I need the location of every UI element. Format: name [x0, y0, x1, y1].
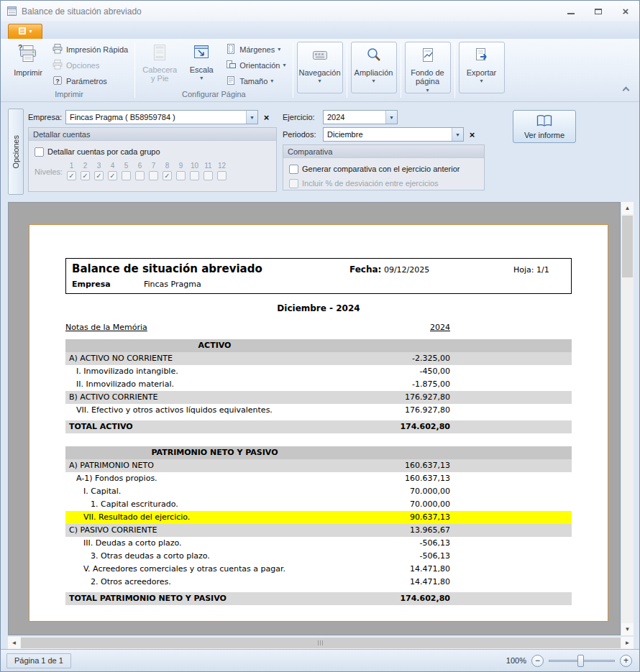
- impresion-rapida-button[interactable]: Impresión Rápida: [49, 42, 131, 57]
- nivel-number: 4: [111, 162, 115, 170]
- chevron-down-icon: ▾: [318, 78, 321, 84]
- svg-text:?: ?: [18, 44, 22, 52]
- nivel-checkbox[interactable]: ✓: [81, 171, 90, 180]
- svg-text:?: ?: [55, 78, 60, 85]
- nivel-checkbox[interactable]: [149, 171, 158, 180]
- nivel-checkbox[interactable]: [217, 171, 227, 180]
- navegacion-label: Navegación: [298, 68, 340, 78]
- scroll-up-button[interactable]: ▲: [621, 202, 634, 214]
- statusbar: Página 1 de 1 100% − +: [1, 649, 639, 671]
- zoom-slider[interactable]: [549, 655, 615, 667]
- exportar-label: Exportar: [467, 68, 497, 78]
- combo-arrow-glyph: ▼: [455, 132, 460, 137]
- nivel-checkbox[interactable]: ✓: [94, 171, 104, 180]
- zoom-in-button[interactable]: +: [620, 655, 632, 667]
- horizontal-scrollbar[interactable]: ◄ ►: [8, 637, 634, 649]
- scroll-right-button[interactable]: ►: [621, 637, 634, 649]
- zoom-slider-thumb[interactable]: [577, 655, 584, 667]
- detallar-cuentas-groupbox: Detallar cuentas Detallar cuentas por ca…: [28, 127, 277, 192]
- maximize-button[interactable]: [589, 4, 608, 19]
- generar-comparativa-checkbox[interactable]: [289, 165, 298, 174]
- hoja-label: Hoja:: [513, 265, 534, 275]
- margenes-button[interactable]: Márgenes ▾: [222, 42, 288, 57]
- vertical-scrollbar[interactable]: ▲ ▼: [621, 202, 634, 635]
- parametros-button[interactable]: ? Parámetros: [49, 73, 131, 89]
- ejercicio-value: 2024: [324, 111, 385, 124]
- chevron-down-icon[interactable]: ▼: [385, 111, 397, 124]
- report-empresa-value: Fincas Pragma: [144, 280, 201, 289]
- navegacion-button[interactable]: Navegación ▾: [297, 42, 343, 93]
- periodos-combobox[interactable]: Diciembre ▼: [323, 127, 464, 142]
- options-tab[interactable]: Opciones: [8, 109, 24, 195]
- nivel-checkbox[interactable]: ✓: [108, 171, 117, 180]
- combo-arrow-glyph: ▼: [389, 115, 394, 120]
- printer-icon: ?: [17, 43, 39, 67]
- row-label: III. Deudas a corto plazo.: [65, 537, 364, 550]
- generar-comparativa-row[interactable]: Generar comparativa con el ejercicio ant…: [289, 162, 478, 176]
- opciones-button[interactable]: Opciones: [49, 57, 131, 73]
- empresa-value: Fincas Pragma ( B58959784 ): [66, 111, 246, 124]
- report-empresa-label: Empresa: [72, 280, 144, 289]
- report-preview[interactable]: Balance de situación abreviado Fecha: 09…: [8, 202, 621, 635]
- cabecera-pie-button[interactable]: Cabecera y Pie: [139, 41, 180, 86]
- window-title: Balance de situación abreviado: [22, 6, 142, 17]
- scroll-left-icon: ◄: [12, 640, 17, 646]
- close-button[interactable]: ×: [616, 4, 635, 19]
- scroll-left-button[interactable]: ◄: [8, 637, 20, 649]
- orientacion-button[interactable]: Orientación ▾: [222, 57, 288, 73]
- fondo-pagina-button[interactable]: Fondo de página ▾: [405, 42, 451, 93]
- exportar-button[interactable]: Exportar ▾: [459, 42, 505, 93]
- report-row: A-1) Fondos propios.160.637,13: [65, 472, 572, 485]
- export-icon: [472, 46, 491, 67]
- row-value: 174.602,80: [364, 420, 450, 433]
- nivel-checkbox[interactable]: [190, 171, 199, 180]
- nivel-checkbox[interactable]: [204, 171, 213, 180]
- row-value: 13.965,67: [364, 524, 450, 537]
- row-value: 14.471,80: [364, 576, 450, 589]
- question-icon: ?: [52, 75, 63, 88]
- nivel-number: 10: [191, 162, 198, 170]
- app-menu-button[interactable]: ▾: [8, 24, 42, 39]
- row-label: 2. Otros acreedores.: [65, 576, 364, 589]
- chevron-down-icon[interactable]: ▼: [246, 111, 257, 124]
- zoom-out-button[interactable]: −: [531, 655, 544, 667]
- row-value: 70.000,00: [364, 498, 450, 511]
- options-tab-label: Opciones: [12, 135, 20, 168]
- report-fecha: Fecha: 09/12/2025: [349, 264, 513, 275]
- imprimir-button[interactable]: ? Imprimir: [7, 41, 49, 86]
- incluir-desviacion-label: Incluir % de desviación entre ejercicios: [302, 179, 439, 188]
- scrollbar-grip: [318, 640, 324, 645]
- nivel-checkbox[interactable]: [122, 171, 131, 180]
- minimize-button[interactable]: [562, 4, 580, 19]
- horizontal-scrollbar-thumb[interactable]: [21, 638, 621, 648]
- nivel-checkbox[interactable]: [176, 171, 186, 180]
- scroll-down-button[interactable]: ▼: [621, 623, 634, 635]
- detallar-checkbox-row[interactable]: Detallar cuentas por cada grupo: [35, 144, 270, 159]
- vertical-scrollbar-thumb[interactable]: [622, 216, 633, 277]
- report-section: ACTIVOA) ACTIVO NO CORRIENTE-2.325,00I. …: [65, 339, 572, 433]
- titlebar: Balance de situación abreviado ×: [1, 1, 639, 22]
- ampliacion-button[interactable]: Ampliación ▾: [351, 42, 397, 93]
- detallar-checkbox-label: Detallar cuentas por cada grupo: [47, 147, 160, 156]
- section-header-row: PATRIMONIO NETO Y PASIVO: [65, 446, 572, 459]
- clear-empresa-button[interactable]: ×: [261, 111, 272, 123]
- escala-button[interactable]: Escala ▾: [180, 41, 222, 86]
- ejercicio-combobox[interactable]: 2024 ▼: [323, 110, 398, 124]
- tamano-button[interactable]: Tamaño ▾: [222, 73, 288, 89]
- incluir-desviacion-checkbox[interactable]: [289, 179, 298, 188]
- row-label: TOTAL ACTIVO: [65, 420, 364, 433]
- clear-periodos-button[interactable]: ×: [467, 129, 477, 140]
- chevron-down-icon[interactable]: ▼: [452, 128, 463, 141]
- nivel-checkbox[interactable]: ✓: [163, 171, 172, 180]
- nivel-checkbox[interactable]: ✓: [67, 171, 76, 180]
- ver-informe-button[interactable]: Ver informe: [513, 110, 576, 143]
- detallar-checkbox[interactable]: [35, 147, 44, 157]
- notas-memoria-label: Notas de la Memória: [65, 323, 364, 332]
- options-panel: Opciones Empresa: Fincas Pragma ( B58959…: [1, 102, 639, 201]
- collapse-ribbon-button[interactable]: [618, 84, 634, 97]
- nivel-checkbox[interactable]: [135, 171, 145, 180]
- comparativa-groupbox: Comparativa Generar comparativa con el e…: [283, 144, 485, 190]
- report-row: VII. Efectivo y otros activos líquidos e…: [65, 404, 572, 417]
- incluir-desviacion-row[interactable]: Incluir % de desviación entre ejercicios: [289, 176, 478, 190]
- empresa-combobox[interactable]: Fincas Pragma ( B58959784 ) ▼: [65, 110, 258, 124]
